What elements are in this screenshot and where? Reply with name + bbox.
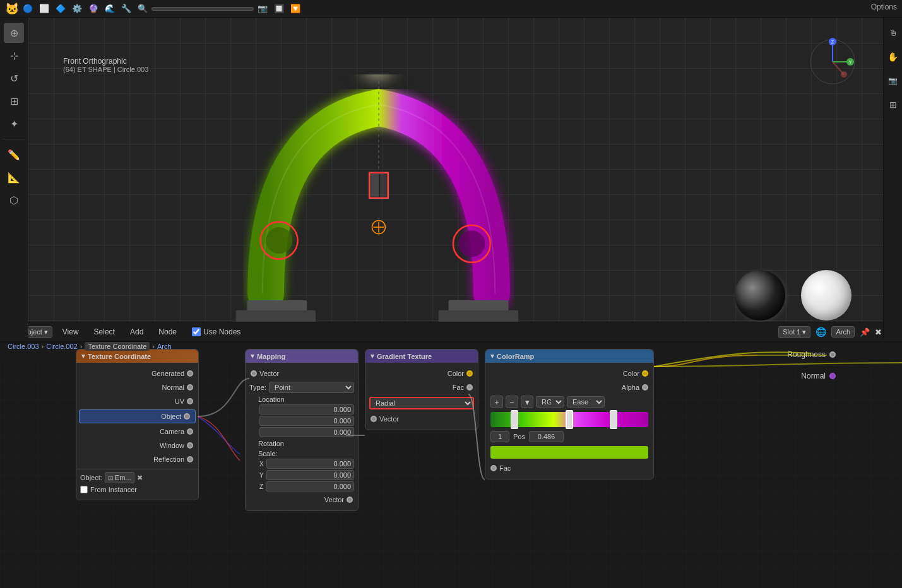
colorramp-node-header: ▾ ColorRamp [485, 350, 653, 363]
grid-tool-button[interactable]: ⊞ [883, 95, 903, 115]
gradient-node-header: ▾ Gradient Texture [365, 350, 478, 363]
roughness-label-row: Roughness [787, 350, 836, 359]
location-z-input[interactable] [259, 427, 354, 437]
gradient-type-select[interactable]: Radial Linear Quadratic Easing Diagonal … [371, 398, 473, 408]
menu-add[interactable]: Add [125, 326, 148, 338]
render-icon[interactable]: 📷 [256, 3, 269, 15]
use-nodes-checkbox[interactable] [192, 327, 201, 336]
menu-select[interactable]: Select [89, 326, 120, 338]
breadcrumb-item-1[interactable]: Circle.003 [8, 343, 39, 350]
colorramp-node: ▾ ColorRamp Color Alpha + − ▾ RGB HSV HS… [485, 349, 654, 479]
menu-view[interactable]: View [57, 326, 84, 338]
header-icon-1[interactable]: 🔵 [21, 3, 34, 15]
ramp-pos-label: Pos [513, 433, 525, 440]
location-y-input[interactable] [259, 416, 354, 426]
header-icon-7[interactable]: 🔧 [120, 3, 133, 15]
breadcrumb-item-4[interactable]: Arch [157, 343, 172, 350]
camera-tool-button[interactable]: 📷 [883, 71, 903, 91]
svg-text:Y: Y [849, 60, 852, 64]
gradient-vector-input-row: Vector [365, 412, 478, 426]
header-icon-6[interactable]: 🌊 [104, 3, 116, 15]
window-socket[interactable] [187, 442, 193, 449]
ramp-remove-button[interactable]: − [506, 396, 518, 408]
gradient-color-socket[interactable] [466, 370, 473, 377]
gradient-vector-in-socket[interactable] [371, 416, 377, 422]
transform-tool-button[interactable]: ✦ [4, 114, 24, 134]
add-tool-button[interactable]: ⬡ [4, 190, 24, 210]
object-clear-button[interactable]: ✖ [137, 474, 143, 482]
roughness-socket[interactable] [829, 351, 836, 358]
move-tool-button[interactable]: ⊹ [4, 45, 24, 66]
ramp-fac-in-socket[interactable] [490, 465, 497, 471]
pin-icon[interactable]: 📌 [860, 327, 870, 337]
cursor-tool-button[interactable]: 🖱 [883, 23, 903, 43]
normal-row: Normal [76, 380, 198, 394]
ramp-color-socket[interactable] [642, 370, 648, 377]
scale-tool-button[interactable]: ⊞ [4, 91, 24, 111]
ramp-alpha-label: Alpha [622, 384, 639, 391]
slot-dropdown[interactable]: Slot 1▾ [778, 326, 810, 338]
type-label: Type: [249, 384, 266, 391]
measure-tool-button[interactable]: 📐 [4, 167, 24, 187]
header-icon-2[interactable]: ⬜ [38, 3, 50, 15]
filter-icon[interactable]: 🔽 [289, 3, 302, 15]
ramp-index-input[interactable] [490, 431, 509, 442]
ramp-handle-1[interactable] [511, 410, 518, 429]
annotate-tool-button[interactable]: ✏️ [4, 144, 24, 165]
menu-node[interactable]: Node [153, 326, 182, 338]
close-icon[interactable]: ✖ [875, 327, 882, 337]
mapping-collapse-icon[interactable]: ▾ [251, 352, 254, 360]
ramp-mode-select[interactable]: RGB HSV HSL [536, 396, 564, 408]
uv-socket[interactable] [187, 398, 193, 404]
header-icon-3[interactable]: 🔷 [54, 3, 67, 15]
breadcrumb-item-2[interactable]: Circle.002 [46, 343, 78, 350]
tex-coord-collapse-icon[interactable]: ▾ [81, 352, 85, 360]
gradient-type-row: Radial Linear Quadratic Easing Diagonal … [365, 394, 478, 412]
header-icon-8[interactable]: 🔍 [136, 3, 149, 15]
camera-socket[interactable] [187, 428, 193, 435]
left-toolbar: ⊕ ⊹ ↺ ⊞ ✦ ✏️ 📐 ⬡ [0, 18, 28, 339]
hand-tool-button[interactable]: ✋ [883, 47, 903, 67]
object-value-input[interactable]: ⊡ Em... [105, 472, 134, 483]
gradient-fac-socket[interactable] [466, 384, 473, 391]
view-icon[interactable]: 🔲 [273, 3, 285, 15]
rotation-label: Rotation [258, 440, 284, 447]
ramp-add-button[interactable]: + [490, 396, 503, 408]
generated-label: Generated [81, 370, 184, 377]
mapping-vector-in-socket[interactable] [251, 370, 257, 377]
select-tool-button[interactable]: ⊕ [4, 23, 24, 43]
generated-row: Generated [76, 367, 198, 380]
colorramp-collapse-icon[interactable]: ▾ [490, 352, 494, 360]
object-value: Em... [115, 474, 131, 481]
reflection-row: Reflection [76, 452, 198, 466]
ramp-interpolation-select[interactable]: Ease Linear Constant Cardinal B-Spline [567, 396, 605, 408]
breadcrumb-item-3[interactable]: Texture Coordinate [85, 342, 150, 351]
gradient-collapse-icon[interactable]: ▾ [371, 352, 374, 360]
header-icon-5[interactable]: 🔮 [87, 3, 100, 15]
roughness-label: Roughness [787, 350, 826, 359]
mapping-vector-out-socket[interactable] [347, 497, 353, 503]
normal-socket[interactable] [829, 373, 836, 379]
ramp-pos-input[interactable] [529, 431, 564, 442]
from-instancer-checkbox[interactable] [80, 486, 88, 493]
ramp-handle-2[interactable] [566, 410, 573, 429]
scale-z-input[interactable] [266, 481, 354, 491]
ramp-alpha-socket[interactable] [642, 384, 648, 391]
gradient-vector-in-label: Vector [379, 415, 399, 423]
type-select[interactable]: Point Texture Normal Vector [269, 382, 354, 393]
generated-socket[interactable] [187, 370, 193, 377]
reflection-socket[interactable] [187, 456, 193, 462]
gradient-color-output-row: Color [365, 367, 478, 380]
ramp-handle-3[interactable] [610, 410, 617, 429]
normal-socket[interactable] [187, 384, 193, 391]
location-x-input[interactable] [259, 404, 354, 415]
material-dropdown[interactable]: Arch [831, 326, 855, 338]
object-socket[interactable] [184, 413, 190, 420]
ramp-menu-button[interactable]: ▾ [521, 396, 533, 408]
ramp-fac-input-row: Fac [485, 461, 653, 475]
rotate-tool-button[interactable]: ↺ [4, 68, 24, 88]
scale-y-input[interactable] [266, 470, 354, 480]
header-icon-4[interactable]: ⚙️ [71, 3, 83, 15]
options-button[interactable]: Options [871, 3, 897, 11]
scale-x-input[interactable] [266, 459, 354, 469]
